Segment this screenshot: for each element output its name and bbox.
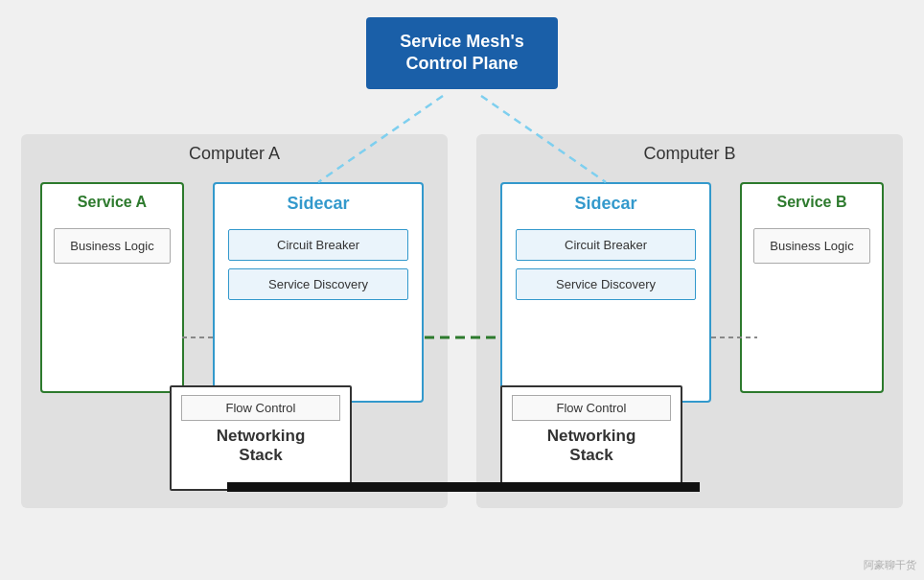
sidecar-a-box: Sidecar Circuit Breaker Service Discover… [213, 182, 424, 403]
service-b-label: Service B [742, 184, 882, 219]
flow-control-a-label: Flow Control [181, 395, 340, 421]
service-discovery-b: Service Discovery [516, 268, 696, 300]
computer-b-panel: Computer B Sidecar Circuit Breaker Servi… [476, 134, 903, 508]
service-a-box: Service A Business Logic [40, 182, 184, 393]
service-a-label: Service A [42, 184, 182, 219]
networking-stack-a: Networking Stack [172, 427, 350, 465]
computer-a-panel: Computer A Service A Business Logic Side… [21, 134, 448, 508]
circuit-breaker-a: Circuit Breaker [228, 229, 408, 261]
service-b-box: Service B Business Logic [740, 182, 884, 393]
sidecar-b-box: Sidecar Circuit Breaker Service Discover… [500, 182, 711, 403]
flow-control-b-label: Flow Control [512, 395, 671, 421]
control-plane-label: Service Mesh's [400, 32, 523, 51]
watermark: 阿豪聊干货 [864, 558, 916, 572]
computer-b-label: Computer B [643, 144, 735, 164]
networking-stack-b: Networking Stack [502, 427, 681, 465]
flow-control-a-box: Flow Control Networking Stack [170, 385, 352, 491]
sidecar-b-label: Sidecar [502, 184, 709, 221]
sidecar-a-label: Sidecar [215, 184, 422, 221]
service-discovery-a: Service Discovery [228, 268, 408, 300]
flow-control-b-box: Flow Control Networking Stack [500, 385, 682, 491]
control-plane-box: Service Mesh's Control Plane [366, 17, 558, 89]
business-logic-a: Business Logic [54, 228, 171, 264]
main-diagram: Service Mesh's Control Plane Computer A … [0, 0, 924, 580]
control-plane-label2: Control Plane [405, 54, 518, 73]
computer-a-label: Computer A [189, 144, 280, 164]
business-logic-b: Business Logic [753, 228, 870, 264]
circuit-breaker-b: Circuit Breaker [516, 229, 696, 261]
